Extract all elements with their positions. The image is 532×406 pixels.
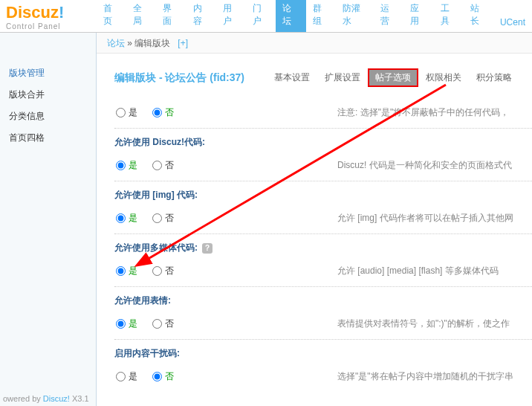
topnav-站长[interactable]: 站长 [464, 0, 493, 32]
tab-1[interactable]: 扩展设置 [317, 68, 368, 87]
radio-yes-1[interactable]: 是 [116, 159, 137, 172]
radio-no-3[interactable]: 否 [152, 265, 174, 277]
topnav-内容[interactable]: 内容 [186, 0, 216, 32]
divider [114, 128, 532, 129]
topnav-界面[interactable]: 界面 [156, 0, 186, 32]
setting-desc-2: 允许 [img] 代码作者将可以在帖子插入其他网 [337, 212, 532, 225]
radio-yes-0[interactable]: 是 [116, 106, 137, 119]
radio-no-0[interactable]: 否 [152, 106, 174, 119]
breadcrumb: 论坛 » 编辑版块 [+] [97, 33, 532, 54]
radio-no-4[interactable]: 否 [152, 318, 174, 330]
setting-label-3: 允许使用多媒体代码:? [114, 239, 532, 259]
setting-label-2: 允许使用 [img] 代码: [114, 186, 532, 206]
topnav-论坛[interactable]: 论坛 [276, 0, 305, 32]
divider [114, 233, 532, 234]
radio-yes-3[interactable]: 是 [116, 265, 137, 277]
logo: Discuz! Control Panel [0, 0, 97, 32]
topnav-应用[interactable]: 应用 [403, 0, 433, 32]
sidebar-item-3[interactable]: 首页四格 [0, 127, 96, 149]
breadcrumb-forum[interactable]: 论坛 [107, 38, 125, 48]
topnav-工具[interactable]: 工具 [434, 0, 464, 32]
sidebar: 版块管理版块合并分类信息首页四格 [0, 33, 97, 406]
topnav-UCent[interactable]: UCent [493, 13, 532, 32]
logo-excl: ! [59, 3, 64, 22]
topnav-群组[interactable]: 群组 [306, 0, 336, 32]
topnav-首页[interactable]: 首页 [97, 0, 126, 32]
logo-subtitle: Control Panel [6, 22, 97, 30]
setting-row-4: 是否表情提供对表情符号，如":)"的解析，使之作 [114, 312, 532, 336]
topnav-用户[interactable]: 用户 [216, 0, 246, 32]
setting-row-0: 是否注意: 选择"是"将不屏蔽帖子中的任何代码， [114, 100, 532, 125]
top-nav: 首页全局界面内容用户门户论坛群组防灌水运营应用工具站长UCent [97, 0, 532, 32]
radio-yes-4[interactable]: 是 [116, 318, 137, 330]
help-icon[interactable]: ? [202, 243, 213, 254]
radio-yes-2[interactable]: 是 [116, 212, 137, 225]
setting-desc-1: Discuz! 代码是一种简化和安全的页面格式代 [337, 159, 532, 172]
divider [114, 181, 532, 181]
page-title: 编辑版块 - 论坛公告 (fid:37) [114, 71, 244, 85]
tabs: 基本设置扩展设置帖子选项权限相关积分策略 [267, 68, 519, 87]
setting-label-4: 允许使用表情: [114, 291, 532, 312]
sidebar-item-0[interactable]: 版块管理 [0, 62, 96, 84]
divider [114, 286, 532, 287]
setting-desc-0: 注意: 选择"是"将不屏蔽帖子中的任何代码， [337, 106, 532, 119]
setting-row-3: 是否允许 [audio] [media] [flash] 等多媒体代码 [114, 259, 532, 283]
breadcrumb-edit: 编辑版块 [134, 38, 170, 48]
topnav-运营[interactable]: 运营 [374, 0, 403, 32]
topnav-门户[interactable]: 门户 [246, 0, 276, 32]
divider [114, 339, 532, 340]
setting-desc-5: 选择"是"将在帖子内容中增加随机的干扰字串 [337, 370, 532, 383]
sidebar-item-1[interactable]: 版块合并 [0, 84, 96, 106]
footer-link[interactable]: Discuz! [43, 394, 70, 403]
setting-row-2: 是否允许 [img] 代码作者将可以在帖子插入其他网 [114, 206, 532, 231]
radio-no-5[interactable]: 否 [152, 370, 174, 383]
tab-4[interactable]: 积分策略 [469, 68, 519, 87]
setting-desc-4: 表情提供对表情符号，如":)"的解析，使之作 [337, 318, 532, 330]
radio-no-1[interactable]: 否 [152, 159, 174, 172]
setting-row-1: 是否Discuz! 代码是一种简化和安全的页面格式代 [114, 153, 532, 178]
topnav-全局[interactable]: 全局 [126, 0, 156, 32]
tab-2[interactable]: 帖子选项 [368, 68, 418, 87]
setting-label-1: 允许使用 Discuz!代码: [114, 133, 532, 153]
breadcrumb-add[interactable]: [+] [178, 38, 188, 48]
tab-0[interactable]: 基本设置 [267, 68, 317, 87]
footer: owered by Discuz! X3.1 [3, 394, 89, 403]
radio-no-2[interactable]: 否 [152, 212, 174, 225]
topnav-防灌水[interactable]: 防灌水 [336, 0, 374, 32]
tab-3[interactable]: 权限相关 [418, 68, 469, 87]
setting-label-5: 启用内容干扰码: [114, 344, 532, 364]
logo-brand: Discuz [6, 3, 59, 22]
radio-yes-5[interactable]: 是 [116, 370, 137, 383]
sidebar-item-2[interactable]: 分类信息 [0, 106, 96, 127]
setting-row-5: 是否选择"是"将在帖子内容中增加随机的干扰字串 [114, 364, 532, 389]
setting-desc-3: 允许 [audio] [media] [flash] 等多媒体代码 [337, 265, 532, 277]
